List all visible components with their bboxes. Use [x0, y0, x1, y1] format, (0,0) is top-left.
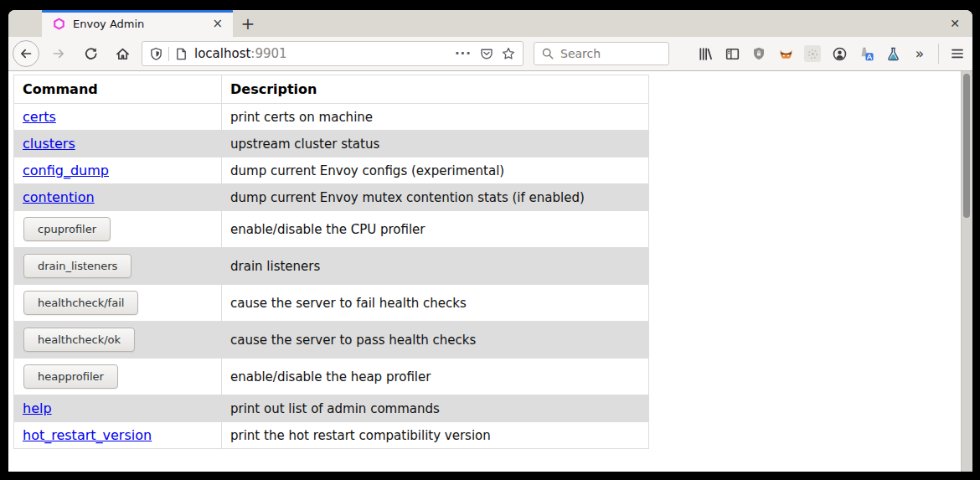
shield-lock-extension-icon[interactable] — [750, 45, 767, 62]
tracking-protection-shield-icon[interactable] — [150, 48, 162, 60]
window-close-button[interactable]: ✕ — [937, 10, 972, 37]
flask-extension-icon[interactable] — [885, 45, 901, 62]
command-cell: help — [14, 395, 222, 422]
disabled-extension-icon[interactable] — [804, 45, 821, 62]
bookmark-star-icon[interactable] — [502, 47, 515, 60]
translate-extension-icon[interactable] — [858, 45, 874, 62]
tabbar-empty-space — [263, 10, 937, 37]
reload-button[interactable] — [78, 41, 103, 66]
navigation-toolbar: localhost:9901 ··· Search — [8, 37, 972, 71]
description-cell: enable/disable the CPU profiler — [222, 211, 649, 248]
toolbar-icon-strip: » — [687, 44, 966, 64]
description-cell: cause the server to fail health checks — [222, 285, 649, 322]
command-cell: healthcheck/ok — [14, 322, 222, 359]
overflow-chevron-icon[interactable]: » — [911, 45, 928, 62]
envoy-favicon-icon — [53, 18, 65, 30]
page-content: Command Description certsprint certs on … — [8, 71, 972, 472]
command-button-healthcheck-ok[interactable]: healthcheck/ok — [23, 328, 135, 352]
table-row: clustersupstream cluster status — [14, 131, 649, 157]
menu-hamburger-icon[interactable] — [949, 45, 966, 62]
table-row: healthcheck/failcause the server to fail… — [14, 285, 649, 322]
description-cell: dump current Envoy mutex contention stat… — [222, 184, 649, 211]
page-info-icon[interactable] — [175, 48, 188, 60]
command-link-certs[interactable]: certs — [23, 109, 56, 125]
description-cell: print the hot restart compatibility vers… — [222, 422, 649, 449]
command-link-hot-restart-version[interactable]: hot_restart_version — [23, 427, 152, 443]
library-icon[interactable] — [697, 45, 714, 62]
search-icon — [542, 48, 554, 59]
admin-commands-table: Command Description certsprint certs on … — [13, 75, 649, 449]
tab-title: Envoy Admin — [73, 18, 209, 30]
table-row: cpuprofilerenable/disable the CPU profil… — [14, 211, 649, 248]
command-button-cpuprofiler[interactable]: cpuprofiler — [23, 217, 111, 241]
command-link-contention[interactable]: contention — [23, 189, 95, 205]
urlbar-separator — [168, 47, 169, 61]
command-column-header: Command — [14, 75, 222, 104]
url-bar[interactable]: localhost:9901 ··· — [142, 41, 524, 66]
account-icon[interactable] — [831, 45, 848, 62]
command-cell: drain_listeners — [14, 248, 222, 285]
table-row: healthcheck/okcause the server to pass h… — [14, 322, 649, 359]
command-cell: contention — [14, 184, 222, 211]
sidebar-toggle-icon[interactable] — [724, 45, 740, 62]
description-cell: print out list of admin commands — [222, 395, 649, 422]
command-cell: hot_restart_version — [14, 422, 222, 449]
table-row: heapprofilerenable/disable the heap prof… — [14, 359, 649, 395]
table-row: certsprint certs on machine — [14, 104, 649, 131]
command-button-healthcheck-fail[interactable]: healthcheck/fail — [23, 291, 138, 315]
table-header-row: Command Description — [14, 75, 649, 104]
screenshot-root: { "window": { "tab": { "title": "Envoy A… — [0, 0, 980, 480]
search-placeholder: Search — [560, 47, 601, 60]
tab-bar: Envoy Admin × + ✕ — [8, 10, 972, 37]
table-row: contentiondump current Envoy mutex conte… — [14, 184, 649, 211]
home-button[interactable] — [110, 41, 135, 66]
command-cell: cpuprofiler — [14, 211, 222, 248]
search-bar[interactable]: Search — [534, 42, 669, 65]
command-cell: clusters — [14, 131, 222, 157]
scrollbar-thumb[interactable] — [963, 74, 970, 218]
forward-button[interactable] — [46, 41, 71, 66]
command-button-drain-listeners[interactable]: drain_listeners — [23, 254, 132, 278]
command-cell: config_dump — [14, 157, 222, 184]
fox-extension-icon[interactable] — [777, 45, 794, 62]
description-cell: cause the server to pass health checks — [222, 322, 649, 359]
page-actions-icon[interactable]: ··· — [455, 46, 472, 61]
table-row: helpprint out list of admin commands — [14, 395, 649, 422]
url-host: localhost — [194, 46, 250, 61]
pocket-icon[interactable] — [480, 47, 493, 60]
command-cell: healthcheck/fail — [14, 285, 222, 322]
command-button-heapprofiler[interactable]: heapprofiler — [23, 364, 118, 389]
description-cell: dump current Envoy configs (experimental… — [222, 157, 649, 184]
description-cell: enable/disable the heap profiler — [222, 359, 649, 395]
command-link-help[interactable]: help — [23, 400, 52, 416]
command-link-config-dump[interactable]: config_dump — [23, 163, 109, 178]
browser-window: Envoy Admin × + ✕ localhost:9901 — [8, 10, 972, 472]
toolbar-separator — [938, 44, 939, 64]
vertical-scrollbar[interactable] — [961, 71, 972, 472]
description-cell: drain listeners — [222, 248, 649, 285]
url-text[interactable]: localhost:9901 — [194, 46, 455, 61]
tab-close-icon[interactable]: × — [209, 16, 226, 32]
command-cell: heapprofiler — [14, 359, 222, 395]
back-button[interactable] — [13, 40, 39, 67]
description-cell: upstream cluster status — [222, 131, 649, 157]
description-cell: print certs on machine — [222, 104, 649, 131]
table-row: config_dumpdump current Envoy configs (e… — [14, 157, 649, 184]
description-column-header: Description — [222, 75, 649, 104]
command-cell: certs — [14, 104, 222, 131]
table-row: hot_restart_versionprint the hot restart… — [14, 422, 649, 449]
titlebar-spacer — [8, 10, 42, 37]
new-tab-button[interactable]: + — [233, 10, 263, 37]
table-row: drain_listenersdrain listeners — [14, 248, 649, 285]
tab-envoy-admin[interactable]: Envoy Admin × — [42, 10, 233, 37]
url-port: :9901 — [250, 46, 286, 61]
active-tab-indicator — [42, 10, 233, 13]
command-link-clusters[interactable]: clusters — [23, 136, 75, 152]
